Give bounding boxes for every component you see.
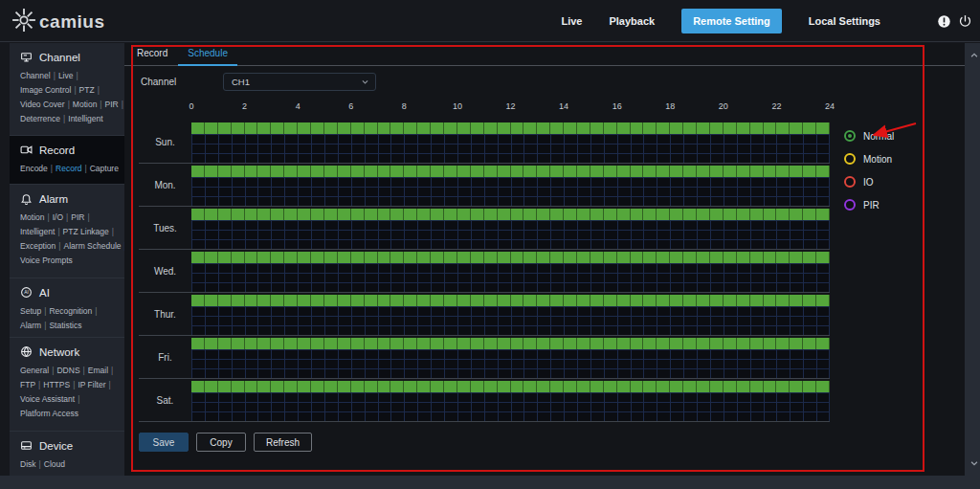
channel-select-value: CH1 (232, 77, 250, 87)
sidebar-link-deterrence[interactable]: Deterrence (20, 114, 60, 123)
sidebar-link-channel[interactable]: Channel (20, 71, 51, 80)
schedule-bar-normal (191, 295, 830, 306)
day-label-tues: Tues. (139, 207, 191, 249)
sidebar-section-title: Alarm (39, 193, 68, 205)
sidebar-link-setup[interactable]: Setup (20, 306, 41, 316)
channel-select[interactable]: CH1 (223, 73, 376, 91)
sidebar-link-general[interactable]: General (20, 366, 49, 375)
vertical-scrollbar[interactable] (965, 43, 980, 489)
channel-label: Channel (141, 77, 176, 87)
sidebar-link-platform-access[interactable]: Platform Access (20, 409, 78, 418)
schedule-bar-normal (191, 122, 830, 134)
tab-schedule[interactable]: Schedule (178, 43, 237, 66)
sidebar-link-capture[interactable]: Capture (90, 164, 119, 173)
day-label-wed: Wed. (139, 250, 191, 292)
sidebar-link-intelligent[interactable]: Intelligent (20, 227, 55, 236)
sidebar-link-voice-assistant[interactable]: Voice Assistant (20, 394, 75, 404)
sidebar-link-cloud[interactable]: Cloud (44, 459, 65, 469)
sidebar-link-statistics[interactable]: Statistics (49, 321, 81, 330)
sidebar-link-image-control[interactable]: Image Control (20, 85, 71, 95)
schedule-track-sun[interactable] (191, 122, 830, 163)
sidebar-link-record[interactable]: Record (56, 164, 81, 173)
nav-live[interactable]: Live (561, 15, 582, 27)
sidebar-link-alarm[interactable]: Alarm (20, 321, 41, 330)
schedule-track-sat[interactable] (191, 381, 830, 421)
sidebar-link-email[interactable]: Email (88, 366, 108, 375)
sidebar: ChannelChannel|Live|Image Control|PTZ|Vi… (10, 43, 124, 476)
sidebar-link-pir[interactable]: PIR (105, 100, 119, 109)
sidebar-link-alarm-schedule[interactable]: Alarm Schedule (64, 241, 122, 251)
sidebar-link-ddns[interactable]: DDNS (56, 366, 79, 375)
record-type-legend: NormalMotionIOPIR (844, 129, 894, 211)
sidebar-link-encode[interactable]: Encode (20, 164, 48, 173)
sidebar-section-alarm: AlarmMotion|I/O|PIR|Intelligent|PTZ Link… (10, 184, 124, 278)
nav-playback[interactable]: Playback (609, 15, 655, 27)
schedule-track-thur[interactable] (191, 295, 830, 335)
app-window: camius LivePlaybackRemote SettingLocal S… (0, 0, 980, 489)
legend-normal[interactable]: Normal (844, 129, 894, 143)
save-button[interactable]: Save (139, 433, 189, 452)
refresh-button[interactable]: Refresh (254, 433, 312, 452)
hour-label-10: 10 (453, 101, 462, 111)
sidebar-link-https[interactable]: HTTPS (43, 380, 70, 389)
sidebar-scroll-up-icon[interactable] (969, 51, 979, 60)
schedule-bar-normal (191, 338, 830, 349)
sidebar-section-network: NetworkGeneral|DDNS|Email|FTP|HTTPS|IP F… (10, 337, 124, 431)
sidebar-link-video-cover[interactable]: Video Cover (20, 100, 65, 109)
schedule-bar-normal (191, 252, 830, 263)
schedule-track-wed[interactable] (191, 252, 830, 292)
radio-selected-icon (844, 130, 856, 142)
nav-local-settings[interactable]: Local Settings (809, 15, 880, 27)
sidebar-link-voice-prompts[interactable]: Voice Prompts (20, 256, 73, 265)
sidebar-link-recognition[interactable]: Recognition (49, 306, 92, 316)
sidebar-link-pir[interactable]: PIR (71, 212, 84, 222)
nav-remote-setting[interactable]: Remote Setting (681, 9, 782, 33)
schedule-day-row-tues: Tues. (139, 207, 830, 250)
horizontal-scrollbar[interactable] (0, 476, 980, 489)
power-icon[interactable] (958, 14, 972, 29)
schedule-track-tues[interactable] (191, 209, 830, 249)
sidebar-link-motion[interactable]: Motion (73, 100, 98, 109)
logo: camius (11, 8, 104, 36)
hour-label-20: 20 (719, 101, 728, 111)
sidebar-link-live[interactable]: Live (58, 71, 74, 80)
tab-record[interactable]: Record (137, 43, 167, 66)
device-icon (20, 439, 33, 452)
sidebar-scroll-down-icon[interactable] (969, 458, 979, 468)
sidebar-link-intelligent[interactable]: Intelligent (68, 114, 102, 123)
sidebar-link-ftp[interactable]: FTP (20, 380, 35, 389)
schedule-day-row-sat: Sat. (139, 379, 830, 422)
sidebar-link-ptz[interactable]: PTZ (79, 85, 95, 95)
legend-motion[interactable]: Motion (844, 152, 894, 166)
day-label-mon: Mon. (139, 164, 191, 206)
hour-label-4: 4 (296, 101, 301, 111)
channel-icon (20, 51, 33, 63)
camius-starburst-icon (11, 8, 36, 36)
alert-icon[interactable] (937, 14, 951, 29)
sidebar-section-title: Device (39, 440, 73, 452)
header-bar: camius LivePlaybackRemote SettingLocal S… (0, 0, 980, 42)
copy-button[interactable]: Copy (196, 433, 246, 452)
sidebar-link-i-o[interactable]: I/O (53, 212, 63, 222)
legend-io[interactable]: IO (844, 175, 894, 189)
schedule-bar-normal (191, 381, 830, 392)
sidebar-link-disk[interactable]: Disk (20, 459, 36, 469)
sidebar-link-ip-filter[interactable]: IP Filter (78, 380, 105, 389)
hour-label-14: 14 (559, 101, 568, 111)
schedule-day-row-wed: Wed. (139, 250, 830, 293)
radio-icon (844, 199, 856, 211)
hour-label-6: 6 (348, 101, 353, 111)
channel-row: Channel CH1 (124, 72, 965, 95)
schedule-bar-normal (191, 209, 830, 220)
schedule-track-mon[interactable] (191, 166, 830, 206)
sidebar-link-ptz-linkage[interactable]: PTZ Linkage (63, 227, 109, 236)
sidebar-link-exception[interactable]: Exception (20, 241, 56, 251)
schedule-track-fri[interactable] (191, 338, 830, 378)
hour-label-0: 0 (189, 101, 193, 111)
hour-label-22: 22 (771, 101, 781, 111)
sidebar-link-motion[interactable]: Motion (20, 212, 45, 222)
legend-pir[interactable]: PIR (844, 198, 894, 211)
action-buttons: SaveCopyRefresh (139, 433, 312, 452)
radio-icon (844, 176, 856, 188)
sidebar-section-title: Channel (39, 52, 80, 63)
